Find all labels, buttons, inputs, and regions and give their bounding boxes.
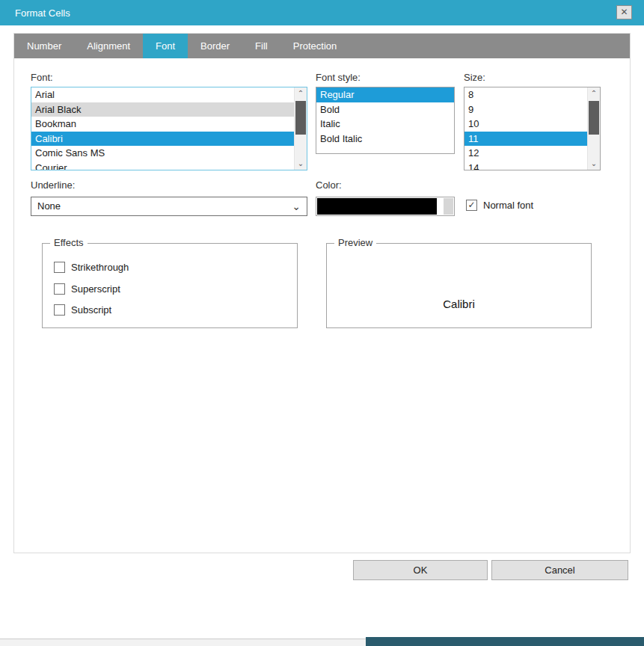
- strikethrough-checkbox[interactable]: Strikethrough: [54, 262, 129, 273]
- checkbox-checked: ✓: [466, 200, 477, 211]
- size-list-item[interactable]: 12: [464, 146, 587, 161]
- size-list-item[interactable]: 10: [464, 117, 587, 132]
- superscript-label: Superscript: [71, 283, 120, 295]
- scroll-up-button[interactable]: ⌃: [588, 87, 600, 99]
- font-list-item[interactable]: Bookman: [31, 117, 294, 132]
- chevron-up-icon: ⌃: [298, 89, 304, 97]
- checkbox-unchecked: [54, 283, 65, 295]
- preview-group: Preview Calibri: [326, 243, 592, 328]
- font-list-item[interactable]: Arial: [31, 87, 294, 102]
- normal-font-label: Normal font: [483, 200, 533, 211]
- color-label: Color:: [316, 179, 342, 191]
- effects-group-title: Effects: [50, 237, 88, 248]
- font-label: Font:: [31, 72, 53, 83]
- chevron-down-icon: ⌄: [292, 197, 301, 215]
- normal-font-checkbox[interactable]: ✓ Normal font: [466, 200, 533, 211]
- preview-group-title: Preview: [334, 237, 376, 248]
- size-list: 8 9 10 11 12 14 ⌃ ⌄: [464, 87, 601, 170]
- scroll-down-button[interactable]: ⌄: [588, 158, 600, 170]
- tab-number[interactable]: Number: [14, 34, 74, 58]
- chevron-down-icon: ⌄: [298, 159, 304, 167]
- page-bottom-strip-light: [0, 639, 366, 646]
- underline-value: None: [37, 200, 61, 212]
- font-list-item[interactable]: Comic Sans MS: [31, 146, 294, 161]
- size-list-scrollbar[interactable]: ⌃ ⌄: [587, 87, 600, 170]
- tab-border[interactable]: Border: [188, 34, 242, 58]
- scrollbar-thumb[interactable]: [589, 101, 599, 135]
- scrollbar-thumb[interactable]: [295, 101, 306, 135]
- effects-group: Effects Strikethrough Superscript Subscr…: [42, 243, 298, 328]
- font-list-item[interactable]: Arial Black: [31, 102, 294, 117]
- font-style-label: Font style:: [316, 72, 361, 83]
- tab-bar: Number Alignment Font Border Fill Protec…: [14, 34, 630, 58]
- cancel-button[interactable]: Cancel: [491, 560, 628, 580]
- tab-alignment[interactable]: Alignment: [74, 34, 143, 58]
- checkbox-unchecked: [54, 304, 65, 316]
- chevron-up-icon: ⌃: [591, 89, 597, 97]
- close-icon: ✕: [620, 7, 628, 17]
- size-list-item[interactable]: 14: [464, 161, 587, 171]
- font-style-list: Regular Bold Italic Bold Italic: [316, 87, 455, 154]
- chevron-down-icon: ⌄: [591, 159, 597, 167]
- color-gap: [437, 197, 444, 215]
- font-list: Arial Arial Black Bookman Calibri Comic …: [31, 87, 307, 170]
- close-button[interactable]: ✕: [616, 5, 632, 19]
- size-list-item[interactable]: 8: [464, 87, 587, 102]
- dialog-title: Format Cells: [15, 7, 70, 19]
- font-style-item[interactable]: Bold Italic: [316, 132, 454, 147]
- color-swatch: [317, 198, 437, 215]
- subscript-label: Subscript: [71, 304, 111, 316]
- tab-font[interactable]: Font: [143, 34, 188, 58]
- font-list-item-selected[interactable]: Calibri: [31, 132, 294, 147]
- font-list-item[interactable]: Courier: [31, 161, 294, 171]
- scroll-up-button[interactable]: ⌃: [295, 87, 307, 99]
- scroll-down-button[interactable]: ⌄: [295, 158, 307, 170]
- size-list-item-selected[interactable]: 11: [464, 132, 587, 147]
- subscript-checkbox[interactable]: Subscript: [54, 304, 111, 316]
- page-bottom-strip-dark: [366, 637, 644, 646]
- superscript-checkbox[interactable]: Superscript: [54, 283, 120, 295]
- ok-button[interactable]: OK: [353, 560, 488, 580]
- color-picker[interactable]: [316, 197, 455, 216]
- checkbox-unchecked: [54, 262, 65, 273]
- underline-label: Underline:: [31, 179, 75, 191]
- size-list-item[interactable]: 9: [464, 102, 587, 117]
- tab-protection[interactable]: Protection: [280, 34, 350, 58]
- font-style-item[interactable]: Bold: [316, 102, 454, 117]
- font-style-item-selected[interactable]: Regular: [316, 87, 454, 102]
- color-strip: [444, 198, 453, 215]
- underline-dropdown[interactable]: None ⌄: [31, 197, 307, 216]
- font-style-item[interactable]: Italic: [316, 117, 454, 132]
- size-label: Size:: [464, 72, 485, 83]
- preview-text: Calibri: [327, 298, 591, 310]
- dialog-titlebar: Format Cells: [0, 0, 644, 25]
- strikethrough-label: Strikethrough: [71, 262, 129, 273]
- font-list-scrollbar[interactable]: ⌃ ⌄: [294, 87, 307, 170]
- checkmark-icon: ✓: [467, 200, 475, 210]
- tab-fill[interactable]: Fill: [242, 34, 280, 58]
- dialog-body: Number Alignment Font Border Fill Protec…: [13, 33, 631, 553]
